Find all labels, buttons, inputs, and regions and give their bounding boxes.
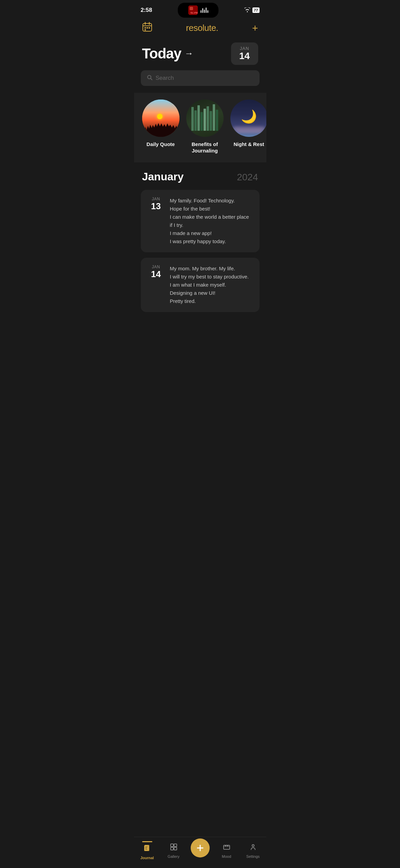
svg-rect-8 (147, 27, 148, 29)
category-night-rest[interactable]: 🌙 Night & Rest (230, 100, 266, 154)
app-header: resolute. + (134, 18, 266, 40)
add-button-header[interactable]: + (252, 22, 258, 34)
date-month: JAN (237, 46, 252, 51)
status-time: 2:58 (141, 7, 152, 14)
today-section: Today → JAN 14 (134, 40, 266, 70)
date-badge[interactable]: JAN 14 (231, 42, 258, 65)
audio-bars (201, 7, 208, 13)
cloud-element-2 (236, 130, 262, 133)
benefits-image (186, 100, 224, 137)
entry-content-jan13: My family. Food! Technology. Hope for th… (170, 197, 253, 246)
svg-rect-1 (190, 7, 193, 10)
dynamic-island: SLVME (178, 3, 218, 18)
category-daily-quote[interactable]: Daily Quote (142, 100, 179, 154)
sun-element (157, 114, 163, 119)
benefits-label: Benefits of Journaling (186, 141, 224, 154)
search-placeholder: Search (156, 75, 174, 82)
svg-text:SLVME: SLVME (190, 11, 198, 14)
entry-date-jan14: JAN 14 (148, 265, 165, 305)
svg-rect-7 (145, 27, 146, 29)
categories-scroll: Daily Quote B (134, 100, 266, 154)
search-bar[interactable]: Search (141, 70, 260, 86)
search-icon (147, 75, 152, 82)
journal-section: January 2024 JAN 13 My family. Food! Tec… (134, 162, 266, 326)
books-visual (186, 103, 224, 133)
entry-day-number-2: 14 (148, 269, 165, 279)
svg-rect-10 (145, 29, 146, 31)
daily-quote-image (142, 100, 179, 137)
search-container: Search (134, 70, 266, 93)
entry-content-jan14: My mom. My brother. My life. I will try … (170, 265, 253, 305)
entry-day-number: 13 (148, 201, 165, 211)
svg-line-12 (151, 78, 152, 80)
wifi-icon (244, 7, 250, 13)
svg-rect-9 (149, 27, 150, 29)
night-rest-label: Night & Rest (234, 141, 264, 148)
category-benefits-journaling[interactable]: Benefits of Journaling (186, 100, 224, 154)
today-label: Today (142, 46, 182, 62)
journal-month: January (142, 170, 184, 183)
entry-date-jan13: JAN 13 (148, 197, 165, 246)
journal-entry[interactable]: JAN 13 My family. Food! Technology. Hope… (141, 190, 260, 252)
daily-quote-label: Daily Quote (147, 141, 175, 148)
date-day: 14 (237, 51, 252, 61)
calendar-icon[interactable] (142, 22, 152, 34)
journal-entry-jan14[interactable]: JAN 14 My mom. My brother. My life. I wi… (141, 258, 260, 312)
entry-month-label-2: JAN (148, 265, 165, 269)
journal-year: 2024 (237, 172, 258, 183)
night-rest-image: 🌙 (230, 100, 266, 137)
entry-month-label: JAN (148, 197, 165, 201)
battery-level: 77 (254, 8, 258, 12)
journal-month-header: January 2024 (141, 170, 260, 183)
today-arrow: → (185, 48, 193, 59)
categories-section: Daily Quote B (134, 93, 266, 162)
status-bar: 2:58 SLVME (134, 0, 266, 18)
island-album-art: SLVME (188, 5, 198, 15)
battery-indicator: 77 (252, 7, 259, 13)
app-title: resolute. (186, 23, 218, 33)
moon-icon: 🌙 (241, 109, 257, 124)
status-right: 77 (244, 7, 259, 13)
